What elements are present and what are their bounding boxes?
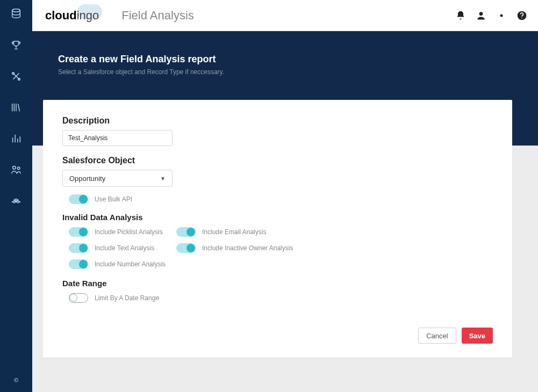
email-toggle[interactable] — [176, 227, 196, 237]
hero-subtitle: Select a Salesforce object and Record Ty… — [58, 68, 538, 76]
form-card: Description Salesforce Object Opportunit… — [43, 100, 512, 358]
svg-point-5 — [479, 12, 483, 16]
users-icon[interactable] — [10, 163, 23, 176]
copyright-symbol: © — [14, 377, 18, 383]
form-actions: Cancel Save — [418, 328, 493, 344]
cancel-button[interactable]: Cancel — [418, 328, 456, 344]
account-icon[interactable] — [476, 10, 486, 21]
trophy-icon[interactable] — [10, 39, 23, 52]
analytics-icon[interactable] — [10, 132, 23, 145]
svg-point-6 — [500, 14, 503, 17]
limit-date-label: Limit By A Date Range — [95, 294, 159, 302]
limit-date-toggle[interactable] — [69, 293, 88, 303]
tools-icon[interactable] — [10, 70, 23, 83]
sidebar-nav: © — [0, 0, 32, 392]
save-button[interactable]: Save — [462, 328, 493, 344]
svg-point-3 — [13, 166, 16, 170]
email-label: Include Email Analysis — [202, 228, 266, 236]
hero-title: Create a new Field Analysis report — [58, 54, 538, 65]
settings-icon[interactable] — [496, 10, 507, 21]
date-range-label: Date Range — [62, 279, 493, 288]
invalid-data-label: Invalid Data Analysis — [62, 213, 493, 222]
brand-part2: ingo — [77, 9, 99, 22]
topbar: cloudingo Field Analysis — [32, 0, 538, 31]
brand-part1: cloud — [45, 9, 77, 22]
library-icon[interactable] — [10, 101, 23, 114]
page-title: Field Analysis — [121, 9, 194, 23]
description-label: Description — [62, 116, 493, 126]
bulk-api-toggle[interactable] — [69, 194, 88, 204]
svg-point-4 — [17, 167, 20, 170]
brand-text: cloudingo — [45, 9, 99, 23]
number-toggle[interactable] — [69, 259, 88, 269]
help-icon[interactable] — [517, 10, 527, 21]
modules-icon[interactable] — [10, 194, 23, 207]
brand-logo[interactable]: cloudingo — [45, 9, 99, 23]
top-icons — [455, 10, 527, 21]
svg-point-8 — [521, 17, 522, 18]
picklist-toggle[interactable] — [69, 227, 88, 237]
content-background: Description Salesforce Object Opportunit… — [32, 146, 538, 392]
bulk-api-label: Use Bulk API — [95, 195, 132, 203]
salesforce-object-select[interactable]: Opportunity ▼ — [62, 170, 173, 187]
number-label: Include Number Analysis — [95, 260, 166, 268]
svg-point-0 — [12, 9, 20, 12]
salesforce-object-label: Salesforce Object — [62, 156, 493, 165]
picklist-label: Include Picklist Analysis — [95, 228, 163, 236]
database-icon[interactable] — [10, 8, 23, 20]
text-label: Include Text Analysis — [95, 244, 154, 252]
owner-toggle[interactable] — [176, 243, 196, 253]
main-area: cloudingo Field Analysis — [32, 0, 538, 392]
owner-label: Include Inactive Owner Analysis — [202, 244, 293, 252]
select-value: Opportunity — [69, 175, 105, 183]
text-toggle[interactable] — [69, 243, 88, 253]
notifications-icon[interactable] — [455, 10, 466, 21]
chevron-down-icon: ▼ — [160, 176, 166, 182]
description-input[interactable] — [62, 130, 173, 146]
